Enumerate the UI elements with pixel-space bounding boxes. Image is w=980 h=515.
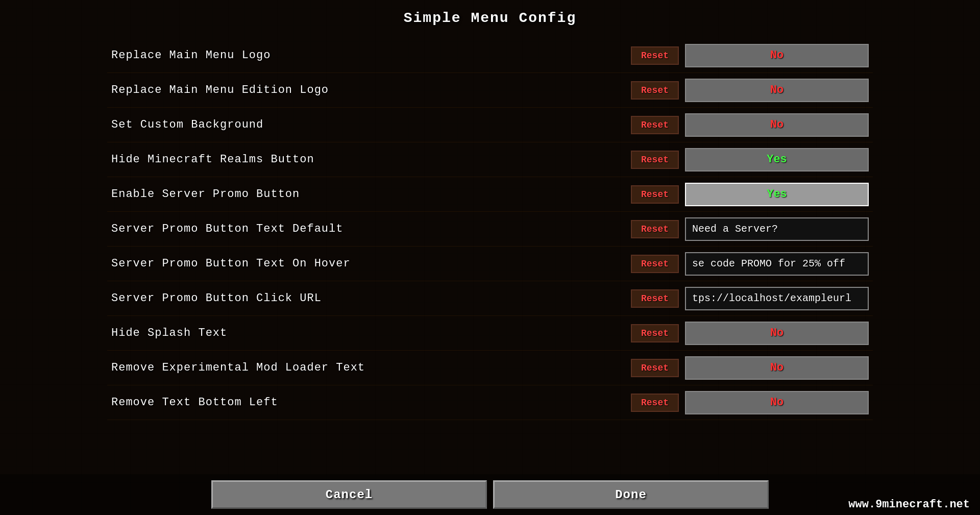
value-box-remove-text-bottom-left[interactable]: No	[685, 391, 869, 414]
config-label-server-promo-button-text-default: Server Promo Button Text Default	[111, 223, 631, 235]
reset-button-remove-text-bottom-left[interactable]: Reset	[631, 394, 679, 412]
reset-button-remove-experimental-mod-loader-text[interactable]: Reset	[631, 359, 679, 377]
config-container: Simple Menu Config Replace Main Menu Log…	[0, 0, 980, 515]
config-label-server-promo-button-click-url: Server Promo Button Click URL	[111, 292, 631, 305]
reset-button-hide-minecraft-realms-button[interactable]: Reset	[631, 151, 679, 169]
config-label-hide-splash-text: Hide Splash Text	[111, 327, 631, 339]
config-label-remove-experimental-mod-loader-text: Remove Experimental Mod Loader Text	[111, 361, 631, 374]
value-box-server-promo-button-text-on-hover[interactable]: se code PROMO for 25% off	[685, 252, 869, 276]
config-row-hide-splash-text: Hide Splash TextResetNo	[107, 316, 873, 351]
value-box-set-custom-background[interactable]: No	[685, 113, 869, 137]
config-list: Replace Main Menu LogoResetNoReplace Mai…	[107, 38, 873, 474]
config-label-replace-main-menu-edition-logo: Replace Main Menu Edition Logo	[111, 84, 631, 96]
value-box-replace-main-menu-edition-logo[interactable]: No	[685, 79, 869, 102]
done-button[interactable]: Done	[493, 480, 769, 509]
value-box-hide-splash-text[interactable]: No	[685, 322, 869, 345]
reset-button-server-promo-button-text-on-hover[interactable]: Reset	[631, 255, 679, 273]
value-box-hide-minecraft-realms-button[interactable]: Yes	[685, 148, 869, 171]
watermark: www.9minecraft.net	[848, 498, 970, 511]
config-label-remove-text-bottom-left: Remove Text Bottom Left	[111, 396, 631, 409]
reset-button-server-promo-button-click-url[interactable]: Reset	[631, 289, 679, 308]
reset-button-set-custom-background[interactable]: Reset	[631, 116, 679, 134]
config-label-set-custom-background: Set Custom Background	[111, 118, 631, 131]
config-label-server-promo-button-text-on-hover: Server Promo Button Text On Hover	[111, 257, 631, 270]
config-label-hide-minecraft-realms-button: Hide Minecraft Realms Button	[111, 153, 631, 166]
config-label-replace-main-menu-logo: Replace Main Menu Logo	[111, 49, 631, 62]
config-row-server-promo-button-text-on-hover: Server Promo Button Text On HoverResetse…	[107, 247, 873, 281]
value-box-server-promo-button-click-url[interactable]: tps://localhost/exampleurl	[685, 287, 869, 310]
value-box-server-promo-button-text-default[interactable]: Need a Server?	[685, 217, 869, 241]
page-title: Simple Menu Config	[404, 10, 576, 26]
reset-button-replace-main-menu-edition-logo[interactable]: Reset	[631, 81, 679, 100]
config-row-hide-minecraft-realms-button: Hide Minecraft Realms ButtonResetYes	[107, 142, 873, 177]
config-row-enable-server-promo-button: Enable Server Promo ButtonResetYes	[107, 177, 873, 212]
config-row-server-promo-button-text-default: Server Promo Button Text DefaultResetNee…	[107, 212, 873, 247]
cancel-button[interactable]: Cancel	[211, 480, 487, 509]
value-box-enable-server-promo-button[interactable]: Yes	[685, 183, 869, 206]
value-box-remove-experimental-mod-loader-text[interactable]: No	[685, 356, 869, 380]
config-row-remove-experimental-mod-loader-text: Remove Experimental Mod Loader TextReset…	[107, 351, 873, 385]
value-box-replace-main-menu-logo[interactable]: No	[685, 44, 869, 67]
footer: Cancel Done www.9minecraft.net	[0, 474, 980, 515]
config-row-set-custom-background: Set Custom BackgroundResetNo	[107, 108, 873, 142]
reset-button-server-promo-button-text-default[interactable]: Reset	[631, 220, 679, 238]
config-row-replace-main-menu-logo: Replace Main Menu LogoResetNo	[107, 38, 873, 73]
reset-button-enable-server-promo-button[interactable]: Reset	[631, 185, 679, 204]
reset-button-hide-splash-text[interactable]: Reset	[631, 324, 679, 342]
config-label-enable-server-promo-button: Enable Server Promo Button	[111, 188, 631, 201]
config-row-remove-text-bottom-left: Remove Text Bottom LeftResetNo	[107, 385, 873, 420]
reset-button-replace-main-menu-logo[interactable]: Reset	[631, 46, 679, 65]
config-row-replace-main-menu-edition-logo: Replace Main Menu Edition LogoResetNo	[107, 73, 873, 108]
config-row-server-promo-button-click-url: Server Promo Button Click URLResettps://…	[107, 281, 873, 316]
